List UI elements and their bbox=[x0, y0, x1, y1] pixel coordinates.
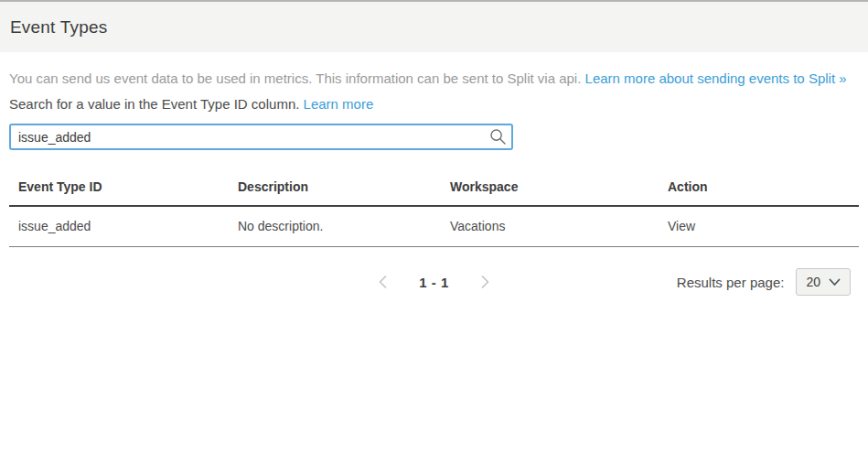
event-types-table: Event Type ID Description Workspace Acti… bbox=[9, 169, 859, 247]
chevron-right-icon bbox=[480, 278, 490, 292]
chevron-down-icon bbox=[829, 275, 841, 289]
page-header: Event Types bbox=[0, 2, 868, 52]
cell-workspace: Vacations bbox=[441, 206, 659, 247]
next-page-button[interactable] bbox=[477, 275, 494, 289]
main-content: You can send us event data to be used in… bbox=[0, 70, 868, 296]
intro-text: You can send us event data to be used in… bbox=[9, 70, 581, 86]
search-input[interactable] bbox=[9, 124, 513, 150]
cell-event-type-id: issue_added bbox=[9, 206, 229, 247]
column-header-description: Description bbox=[229, 169, 441, 206]
table-header-row: Event Type ID Description Workspace Acti… bbox=[9, 169, 859, 206]
search-hint-paragraph: Search for a value in the Event Type ID … bbox=[9, 95, 859, 114]
cell-action-view[interactable]: View bbox=[659, 206, 859, 247]
results-per-page-label: Results per page: bbox=[677, 275, 785, 290]
cell-description: No description. bbox=[229, 206, 441, 247]
previous-page-button[interactable] bbox=[374, 275, 391, 289]
table-footer: 1 - 1 Results per page: 20 bbox=[9, 268, 859, 296]
learn-more-link[interactable]: Learn more bbox=[304, 96, 374, 112]
intro-paragraph: You can send us event data to be used in… bbox=[9, 70, 859, 88]
learn-more-events-link[interactable]: Learn more about sending events to Split… bbox=[585, 70, 847, 86]
page-title: Event Types bbox=[10, 17, 107, 38]
search-bar bbox=[9, 124, 513, 150]
page-range: 1 - 1 bbox=[419, 275, 449, 290]
column-header-event-type-id: Event Type ID bbox=[9, 169, 229, 206]
chevron-left-icon bbox=[378, 278, 388, 292]
column-header-workspace: Workspace bbox=[441, 169, 659, 206]
column-header-action: Action bbox=[659, 169, 859, 206]
search-icon bbox=[489, 135, 507, 148]
results-per-page-select[interactable]: 20 bbox=[796, 268, 851, 296]
table-row: issue_added No description. Vacations Vi… bbox=[9, 206, 859, 247]
event-types-page: Event Types You can send us event data t… bbox=[0, 0, 868, 454]
results-per-page-value: 20 bbox=[806, 275, 820, 289]
results-per-page: Results per page: 20 bbox=[677, 268, 851, 296]
search-button[interactable] bbox=[489, 128, 507, 146]
search-hint-text: Search for a value in the Event Type ID … bbox=[9, 96, 299, 112]
